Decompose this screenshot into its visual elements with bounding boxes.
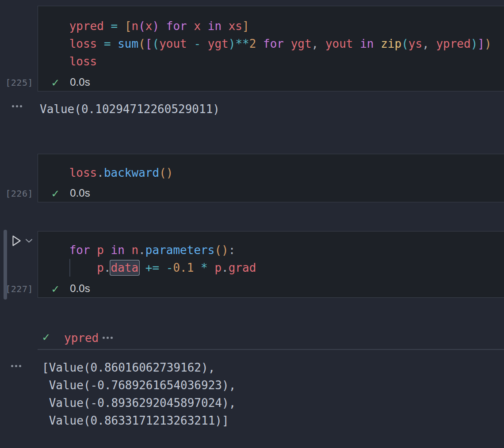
code-token: parameters	[145, 243, 215, 257]
output-line: Value(-0.8936292045897024),	[42, 394, 236, 412]
output-line: Value(-0.7689261654036923),	[42, 376, 236, 394]
success-check-icon: ✓	[52, 283, 59, 295]
code-token: )	[166, 166, 173, 179]
code-token	[118, 19, 125, 33]
code-token	[104, 243, 111, 257]
code-token: ,	[422, 37, 429, 50]
code-token: yout	[159, 37, 187, 50]
code-token	[201, 19, 208, 33]
code-token	[353, 37, 360, 50]
output-line: Value(0.8633171213263211)]	[42, 412, 236, 429]
code-editor-1[interactable]: ypred = [n(x) for x in xs] loss = sum([(…	[38, 6, 504, 70]
code-token: sum	[118, 37, 138, 50]
run-dropdown-button[interactable]	[25, 238, 33, 244]
code-token: loss	[69, 55, 97, 68]
code-token: =	[104, 37, 111, 50]
code-token	[111, 37, 118, 50]
code-token: (	[138, 37, 145, 50]
code-token	[201, 37, 208, 50]
output-line: [Value(0.86016062739162),	[42, 359, 236, 376]
code-token: .	[104, 261, 111, 274]
highlighted-word: data	[111, 261, 139, 274]
code-line: ypred = [n(x) for x in xs]	[42, 17, 504, 35]
code-token: .	[138, 243, 145, 257]
indent-guide	[69, 259, 70, 277]
code-token: [	[145, 37, 153, 50]
output-options-button[interactable]	[11, 365, 21, 367]
code-token	[284, 37, 291, 50]
code-editor-3[interactable]: for p in n.parameters(): p.data += -0.1 …	[38, 232, 504, 277]
success-check-icon: ✓	[42, 331, 50, 343]
cell-status-bar: ✓ 0.0s	[38, 280, 90, 297]
code-token: ygt	[291, 37, 312, 50]
code-token: zip	[381, 37, 401, 50]
cell-output-divider	[38, 349, 504, 350]
code-token	[374, 37, 381, 50]
output-line: Value(0.10294712260529011)	[40, 100, 220, 118]
code-token	[194, 261, 201, 274]
code-token	[42, 166, 69, 179]
output-text-2: [Value(0.86016062739162), Value(-0.76892…	[42, 359, 236, 429]
code-token: for	[263, 37, 284, 50]
code-token: ,	[312, 37, 319, 50]
code-token: **	[235, 37, 249, 50]
execution-count-3: [227]	[0, 284, 33, 294]
play-icon	[11, 235, 22, 247]
code-token	[256, 37, 263, 50]
success-check-icon: ✓	[52, 76, 59, 88]
code-token: 0.1	[173, 261, 194, 274]
code-token: +=	[145, 261, 159, 274]
code-cell-1[interactable]: ypred = [n(x) for x in xs] loss = sum([(…	[38, 6, 504, 91]
code-token: p	[214, 261, 221, 274]
code-cell-2[interactable]: loss.backward() ✓ 0.0s	[38, 154, 504, 202]
code-token: (	[214, 243, 221, 257]
code-token: ygt	[208, 37, 229, 50]
execution-time: 0.0s	[70, 76, 90, 88]
output-text-1: Value(0.10294712260529011)	[40, 100, 220, 118]
notebook-canvas: ypred = [n(x) for x in xs] loss = sum([(…	[0, 0, 504, 448]
chevron-down-icon	[25, 238, 33, 244]
code-token: ypred	[436, 37, 470, 50]
code-token: p	[97, 261, 104, 274]
code-token: -	[166, 261, 173, 274]
code-token: ]	[242, 19, 249, 33]
code-token	[42, 19, 69, 33]
code-token	[187, 19, 194, 33]
code-line: loss.backward()	[42, 164, 504, 182]
code-token	[42, 243, 69, 257]
code-cell-3[interactable]: for p in n.parameters(): p.data += -0.1 …	[38, 231, 504, 298]
code-token: .	[97, 166, 104, 179]
code-token: xs	[229, 19, 242, 33]
execution-count-2: [226]	[0, 188, 33, 199]
code-token	[104, 19, 111, 33]
expand-code-button[interactable]	[103, 337, 113, 339]
code-token: ys	[409, 37, 422, 50]
code-token	[42, 55, 69, 68]
code-editor-2[interactable]: loss.backward()	[38, 154, 504, 182]
success-check-icon: ✓	[52, 187, 59, 199]
run-cell-button[interactable]	[11, 235, 22, 247]
collapsed-cell-code[interactable]: ypred	[64, 329, 99, 347]
code-token: )	[153, 19, 160, 33]
code-token	[42, 37, 69, 50]
code-token: x	[145, 19, 153, 33]
cell-status-bar: ✓ 0.0s	[38, 73, 90, 91]
code-token: yout	[325, 37, 353, 50]
code-token: (	[138, 19, 145, 33]
code-token: n	[132, 243, 139, 257]
code-token: (	[153, 37, 160, 50]
code-token	[90, 243, 97, 257]
code-token: in	[360, 37, 374, 50]
code-line: p.data += -0.1 * p.grad	[42, 259, 504, 277]
code-token	[429, 37, 436, 50]
code-token: [	[125, 19, 132, 33]
execution-count-1: [225]	[0, 77, 33, 88]
code-token: :	[229, 243, 236, 257]
code-token: ]	[477, 37, 485, 50]
code-token: )	[471, 37, 478, 50]
code-token: n	[132, 19, 139, 33]
output-options-button[interactable]	[12, 105, 22, 107]
code-token	[97, 37, 104, 50]
code-token: )	[229, 37, 236, 50]
code-token: grad	[229, 261, 256, 274]
